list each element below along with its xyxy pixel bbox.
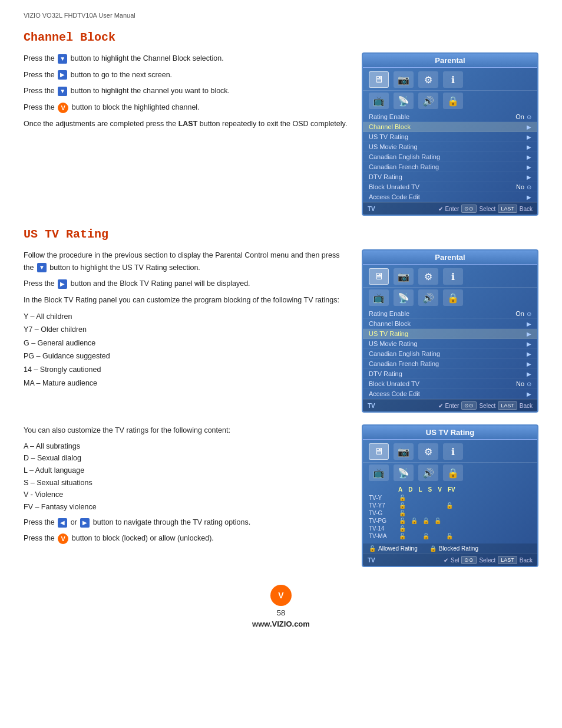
cell-tvma-v: 🔓 [445,532,454,539]
col-s: S [428,486,432,493]
block-instruction: Press the V button to block (locked) or … [24,532,350,545]
cell-tvy7-s [434,502,442,509]
page-footer: V 58 www.VIZIO.com [24,585,538,628]
osd1-icon-info: ℹ [443,71,463,88]
osd2-icon-tv: 🖥 [369,268,389,285]
osd3-icons-row2: 📺 📡 🔊 🔒 [363,463,537,484]
website-url: www.VIZIO.com [252,620,310,628]
cell-tv14-s [434,525,442,532]
nav-instruction: Press the ◀ or ▶ button to navigate thro… [24,516,350,529]
legend-blocked: 🔒 Blocked Rating [429,545,478,552]
osd2-icon2-2: 📡 [394,289,414,306]
osd2-icon-settings: ⚙ [418,268,438,285]
osd3-nav-btn: ⊙⊙ [461,556,477,564]
rating-row-tvma: TV-MA 🔓 🔓 🔓 [369,532,531,539]
osd1-footer-tv: TV [368,206,375,212]
osd2-icon-camera: 📷 [394,268,414,285]
osd2-item-us-movie-rating: US Movie Rating ▶ [363,339,537,349]
osd2-enter-label: Enter [445,403,459,409]
rating-grid: A D L S V FV TV-Y 🔓 TV-Y7 [363,484,537,543]
osd2-icon-info: ℹ [443,268,463,285]
rating-legend: 🔓 Allowed Rating 🔒 Blocked Rating [363,543,537,554]
osd2-title: Parental [363,251,537,265]
rating-14: 14 – Strongly cautioned [24,364,350,376]
cb-para-5: Once the adjustments are completed press… [24,118,350,130]
rating-row-tvg: TV-G 🔓 [369,509,531,516]
osd-panel-1: Parental 🖥 📷 ⚙ ℹ 📺 📡 🔊 🔒 Rating Enable O… [362,52,538,216]
page-number: 58 [277,608,285,617]
ustvr-para-2: Press the ▶ button and the Block TV Rati… [24,278,350,290]
cell-tvpg-fv [457,517,465,524]
cell-tvg-d [410,509,418,516]
cell-tvy-fv [457,494,465,501]
osd2-item-dtv-rating: DTV Rating ▶ [363,369,537,379]
osd2-item-canadian-english: Canadian English Rating ▶ [363,349,537,359]
osd1-item-us-movie-rating: US Movie Rating ▶ [363,142,537,152]
osd3-icon2-3: 🔊 [418,465,438,481]
osd-panel-3: US TV Rating 🖥 📷 ⚙ ℹ 📺 📡 🔊 🔒 A D L S [362,424,538,567]
rating-ma: MA – Mature audience [24,377,350,390]
legend-allowed: 🔓 Allowed Rating [369,545,418,552]
osd2-back-label: Back [520,403,533,409]
osd1-item-channel-block: Channel Block ▶ [363,122,537,132]
osd2-icons-row1: 🖥 📷 ⚙ ℹ [363,265,537,288]
cell-tvpg-s: 🔓 [434,517,442,524]
channel-block-text: Press the ▼ button to highlight the Chan… [24,52,350,216]
content-list: A – All subratings D – Sexual dialog L –… [24,440,350,513]
ustvr-para-3: In the Block TV Rating panel you can cus… [24,294,350,307]
label-tvy7: TV-Y7 [369,502,395,509]
osd3-back-btn: LAST [498,556,517,564]
nav-icon-2: ▶ [58,70,67,80]
col-v: V [438,486,442,493]
osd2-item-rating-enable: Rating Enable On ⊙ [363,309,537,319]
content-a: A – All subratings [24,440,350,453]
osd3-sel-icon: ✔ [444,557,448,564]
osd1-back-btn: LAST [498,205,517,213]
cell-tv14-a: 🔓 [398,525,406,532]
v-button-icon-2: V [58,533,68,544]
label-tvpg: TV-PG [369,518,395,524]
label-tv14: TV-14 [369,525,395,532]
col-a: A [398,486,402,493]
cell-tvpg-v [445,517,454,524]
ratings-list: Y – All children Y7 – Older children G –… [24,311,350,390]
nav-icon-3: ▼ [58,87,67,96]
cell-tvg-s [434,509,442,516]
rating-row-tvy: TV-Y 🔓 [369,494,531,501]
osd2-item-block-unrated: Block Unrated TV No ⊙ [363,379,537,389]
osd3-icon-info: ℹ [443,443,463,460]
cell-tvg-v [445,509,454,516]
cell-tvpg-a: 🔓 [398,517,406,524]
cell-tvy-a: 🔓 [398,494,406,501]
cell-tvy7-d [410,502,418,509]
cell-tvy7-fv [457,502,465,509]
cell-tvy-l [422,494,430,501]
osd1-back-label: Back [520,206,533,212]
osd3-back-label: Back [520,557,533,564]
cell-tvy-v [445,494,454,501]
nav-icon-1: ▼ [58,54,67,64]
osd3-sel-label: Sel [451,557,459,564]
osd3-title: US TV Rating [363,426,537,440]
allowed-label: Allowed Rating [378,545,418,552]
label-tvma: TV-MA [369,533,395,539]
osd2-select-btn: ⊙⊙ [461,401,477,410]
nav-icon-ustvr: ▼ [37,263,47,272]
osd2-back-btn: LAST [498,401,517,410]
osd1-footer-right: ✔ Enter ⊙⊙ Select LAST Back [438,205,533,213]
osd2-item-canadian-french: Canadian French Rating ▶ [363,359,537,369]
cell-tv14-d [410,525,418,532]
osd1-enter-label: Enter [445,206,459,212]
osd3-icon2-4: 🔒 [443,465,463,481]
osd1-item-canadian-english: Canadian English Rating ▶ [363,152,537,162]
osd1-item-us-tv-rating: US TV Rating ▶ [363,132,537,142]
rating-grid-header: A D L S V FV [398,486,531,493]
osd1-item-canadian-french: Canadian French Rating ▶ [363,162,537,172]
osd2-select-label: Select [479,403,495,409]
osd1-icon2-3: 🔊 [418,93,438,109]
vizio-logo: V [270,585,292,606]
content-fv: FV – Fantasy violence [24,501,350,513]
osd3-select-label: Select [479,557,495,564]
osd1-title: Parental [363,54,537,68]
rating-y7: Y7 – Older children [24,324,350,336]
